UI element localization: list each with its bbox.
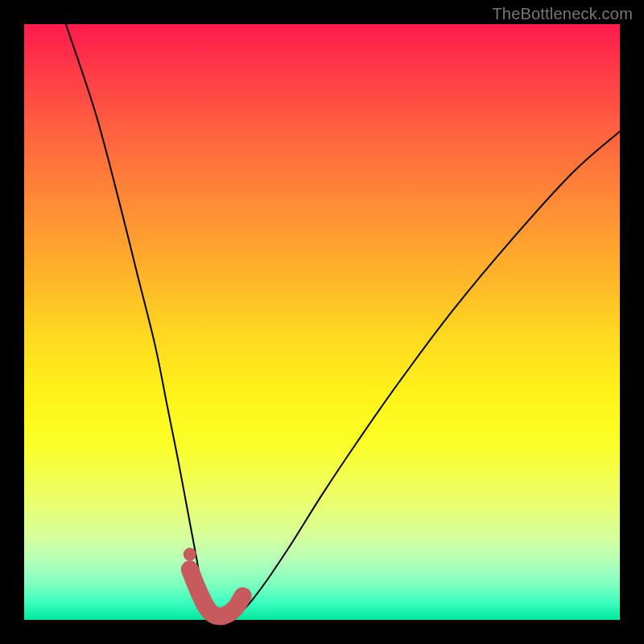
bottleneck-curve bbox=[66, 24, 620, 621]
bottleneck-chart bbox=[24, 24, 620, 620]
optimal-range-marker bbox=[190, 569, 243, 616]
optimal-point-dot bbox=[184, 548, 196, 561]
watermark-text: TheBottleneck.com bbox=[492, 5, 633, 23]
